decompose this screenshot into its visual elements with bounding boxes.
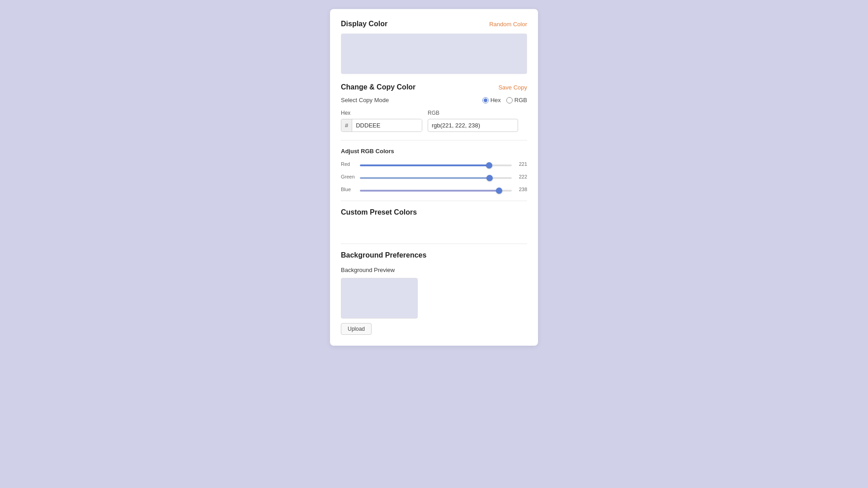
blue-label: Blue — [341, 187, 358, 192]
display-color-title: Display Color — [341, 20, 387, 28]
upload-button[interactable]: Upload — [341, 323, 372, 335]
background-preferences-section: Background Preferences Background Previe… — [341, 251, 527, 335]
hex-prefix: # — [341, 119, 352, 131]
save-copy-link[interactable]: Save Copy — [498, 84, 527, 91]
hex-label: Hex — [341, 110, 422, 116]
custom-preset-title: Custom Preset Colors — [341, 208, 417, 216]
rgb-input[interactable] — [428, 119, 518, 132]
rgb-divider — [341, 140, 527, 141]
hex-input-wrapper: # — [341, 119, 422, 132]
blue-slider-container — [360, 185, 512, 193]
hex-input-group: Hex # — [341, 110, 422, 132]
blue-slider-row: Blue 238 — [341, 185, 527, 193]
main-card: Display Color Random Color Change & Copy… — [330, 9, 538, 346]
background-preferences-title: Background Preferences — [341, 251, 426, 259]
red-label: Red — [341, 161, 358, 167]
hex-radio[interactable] — [482, 97, 489, 103]
rgb-label: RGB — [428, 110, 518, 116]
background-preview-box — [341, 278, 418, 319]
custom-preset-section: Custom Preset Colors — [341, 208, 527, 235]
rgb-input-group: RGB — [428, 110, 518, 132]
copy-mode-label: Select Copy Mode — [341, 97, 389, 103]
random-color-link[interactable]: Random Color — [489, 21, 527, 28]
adjust-rgb-title: Adjust RGB Colors — [341, 148, 527, 155]
green-slider[interactable] — [360, 177, 512, 179]
rgb-radio-option[interactable]: RGB — [506, 97, 527, 103]
green-slider-row: Green 222 — [341, 173, 527, 181]
radio-group: Hex RGB — [482, 97, 527, 103]
change-copy-header: Change & Copy Color Save Copy — [341, 83, 527, 91]
color-inputs-row: Hex # RGB — [341, 110, 527, 132]
rgb-radio[interactable] — [506, 97, 513, 103]
rgb-radio-label: RGB — [514, 97, 527, 103]
background-preview-label: Background Preview — [341, 267, 527, 273]
red-slider-container — [360, 160, 512, 168]
copy-mode-row: Select Copy Mode Hex RGB — [341, 97, 527, 103]
preset-divider — [341, 201, 527, 201]
background-divider — [341, 244, 527, 244]
green-label: Green — [341, 174, 358, 179]
red-value: 221 — [514, 161, 527, 167]
blue-slider[interactable] — [360, 190, 512, 192]
green-value: 222 — [514, 174, 527, 179]
hex-input[interactable] — [352, 119, 422, 131]
display-color-header: Display Color Random Color — [341, 20, 527, 28]
red-slider-row: Red 221 — [341, 160, 527, 168]
hex-radio-option[interactable]: Hex — [482, 97, 501, 103]
red-slider[interactable] — [360, 164, 512, 166]
change-copy-title: Change & Copy Color — [341, 83, 415, 91]
display-color-preview — [341, 33, 527, 74]
preset-colors-area — [341, 216, 527, 235]
green-slider-container — [360, 173, 512, 181]
hex-radio-label: Hex — [491, 97, 501, 103]
blue-value: 238 — [514, 187, 527, 192]
